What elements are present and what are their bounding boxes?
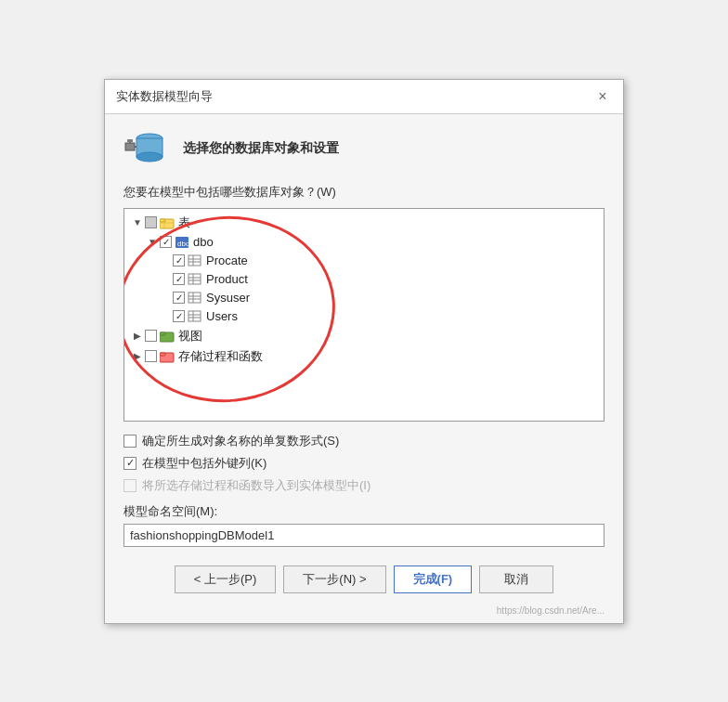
checkbox-dbo[interactable] xyxy=(160,236,172,248)
tree-node-product[interactable]: Product xyxy=(128,270,600,289)
tree-node-views[interactable]: ▶ 视图 xyxy=(128,326,600,346)
schema-icon: dbo xyxy=(175,235,189,250)
dialog-body: 选择您的数据库对象和设置 您要在模型中包括哪些数据库对象？(W) ▼ xyxy=(105,114,623,623)
tree-node-sysuser[interactable]: Sysuser xyxy=(128,289,600,307)
folder-tables-icon xyxy=(160,215,175,230)
next-button[interactable]: 下一步(N) > xyxy=(283,566,385,593)
svg-point-2 xyxy=(136,152,162,162)
proc-folder-icon xyxy=(160,349,175,364)
close-button[interactable]: × xyxy=(593,87,612,106)
checkbox-product[interactable] xyxy=(173,273,185,285)
option-label-singular: 确定所生成对象名称的单复数形式(S) xyxy=(142,433,339,449)
wizard-header: 选择您的数据库对象和设置 xyxy=(124,129,604,169)
main-dialog: 实体数据模型向导 × 选择您的数据库对象和设 xyxy=(104,79,624,624)
svg-rect-31 xyxy=(160,332,165,335)
dialog-title: 实体数据模型向导 xyxy=(116,88,213,105)
tree-section-label: 您要在模型中包括哪些数据库对象？(W) xyxy=(124,184,604,201)
option-label-import-procs: 将所选存储过程和函数导入到实体模型中(I) xyxy=(142,477,370,494)
svg-rect-26 xyxy=(188,311,201,321)
wizard-graphic-icon xyxy=(124,129,168,166)
svg-rect-33 xyxy=(160,353,165,356)
option-label-foreign-keys: 在模型中包括外键列(K) xyxy=(142,455,266,472)
checkbox-users[interactable] xyxy=(173,310,185,322)
toggle-dbo[interactable]: ▼ xyxy=(147,237,158,248)
tree-label-views: 视图 xyxy=(178,328,202,344)
option-row-foreign-keys: 在模型中包括外键列(K) xyxy=(124,455,604,472)
tree-label-sysuser: Sysuser xyxy=(206,291,250,305)
checkbox-sysuser[interactable] xyxy=(173,292,185,304)
wizard-icon xyxy=(124,129,168,169)
title-bar: 实体数据模型向导 × xyxy=(105,80,623,114)
tree-label-procate: Procate xyxy=(206,254,248,267)
options-section: 确定所生成对象名称的单复数形式(S) 在模型中包括外键列(K) 将所选存储过程和… xyxy=(124,433,604,494)
tree-label-users: Users xyxy=(206,309,238,323)
tree-node-dbo[interactable]: ▼ dbo dbo xyxy=(128,233,600,252)
cancel-button[interactable]: 取消 xyxy=(479,566,553,593)
option-checkbox-singular[interactable] xyxy=(124,435,136,448)
toggle-tables[interactable]: ▼ xyxy=(132,217,143,228)
table-icon-product xyxy=(188,272,202,287)
prev-button[interactable]: < 上一步(P) xyxy=(175,566,277,593)
table-icon-users xyxy=(188,309,202,324)
tree-node-tables[interactable]: ▼ 表 xyxy=(128,213,600,233)
namespace-input[interactable] xyxy=(124,524,604,547)
namespace-section: 模型命名空间(M): xyxy=(124,503,604,547)
checkbox-procs[interactable] xyxy=(145,350,157,362)
option-row-import-procs: 将所选存储过程和函数导入到实体模型中(I) xyxy=(124,477,604,494)
tree-label-product: Product xyxy=(206,272,248,286)
tree-label-tables: 表 xyxy=(178,214,190,231)
svg-rect-18 xyxy=(188,274,201,284)
tree-label-dbo: dbo xyxy=(193,235,214,249)
svg-rect-3 xyxy=(125,143,135,150)
option-checkbox-foreign-keys[interactable] xyxy=(124,457,136,470)
finish-button[interactable]: 完成(F) xyxy=(394,566,473,593)
wizard-heading: 选择您的数据库对象和设置 xyxy=(183,140,339,157)
checkbox-tables[interactable] xyxy=(145,216,157,228)
tree-label-procs: 存储过程和函数 xyxy=(178,348,263,365)
toggle-views[interactable]: ▶ xyxy=(132,331,143,342)
option-row-singular: 确定所生成对象名称的单复数形式(S) xyxy=(124,433,604,449)
table-icon-procate xyxy=(188,254,202,268)
watermark: https://blog.csdn.net/Are... xyxy=(497,605,604,616)
checkbox-views[interactable] xyxy=(145,330,157,342)
toggle-procs[interactable]: ▶ xyxy=(132,351,143,362)
tree-container[interactable]: ▼ 表 ▼ xyxy=(124,208,604,422)
tree-node-users[interactable]: Users xyxy=(128,307,600,326)
tree-node-procs[interactable]: ▶ 存储过程和函数 xyxy=(128,346,600,367)
namespace-label: 模型命名空间(M): xyxy=(124,503,604,520)
table-icon-sysuser xyxy=(188,291,202,306)
tree-node-procate[interactable]: Procate xyxy=(128,252,600,270)
checkbox-procate[interactable] xyxy=(173,254,185,266)
svg-text:dbo: dbo xyxy=(177,240,189,248)
button-row: < 上一步(P) 下一步(N) > 完成(F) 取消 xyxy=(124,566,604,608)
svg-rect-14 xyxy=(188,255,201,266)
svg-rect-22 xyxy=(188,292,201,303)
option-checkbox-import-procs[interactable] xyxy=(124,479,136,492)
view-folder-icon xyxy=(160,329,175,344)
